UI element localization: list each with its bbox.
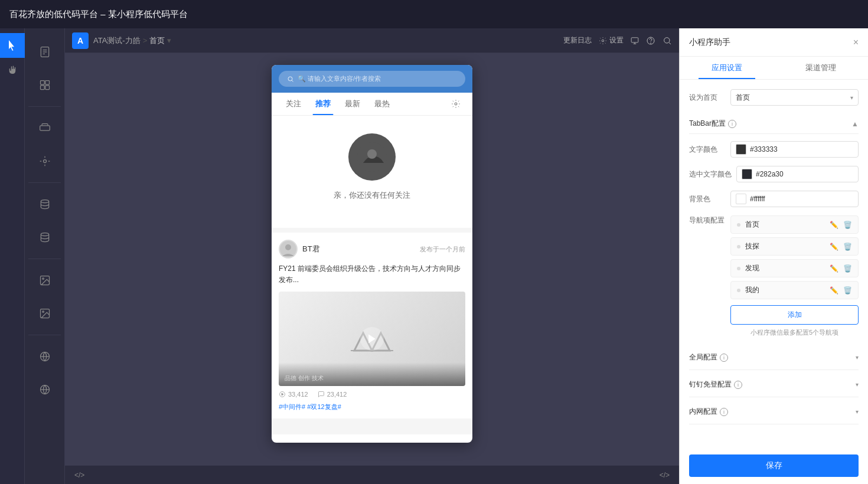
- panel-tab-channel[interactable]: 渠道管理: [774, 57, 869, 79]
- sidebar-item-globe[interactable]: [27, 341, 63, 372]
- bg-color-picker[interactable]: #ffffff: [730, 191, 859, 207]
- breadcrumb-root[interactable]: ATA测试-力皓: [93, 35, 141, 46]
- phone-tab-follow[interactable]: 关注: [279, 93, 308, 115]
- add-nav-item-btn[interactable]: 添加: [730, 305, 859, 325]
- sidebar-item-components-alt[interactable]: [27, 146, 63, 176]
- svg-rect-7: [45, 86, 50, 90]
- svg-rect-8: [40, 126, 50, 130]
- svg-rect-5: [45, 81, 50, 85]
- search-placeholder: 🔍 请输入文章内容/作者搜索: [298, 74, 381, 83]
- svg-rect-6: [41, 86, 45, 90]
- nav-item-discover-edit[interactable]: ✏️: [830, 264, 838, 273]
- sidebar-divider-4: [28, 335, 61, 335]
- svg-point-13: [43, 278, 44, 280]
- sidebar-icon-hand[interactable]: [0, 58, 25, 83]
- selected-color-swatch: [742, 169, 752, 179]
- toolbar-logo: A: [72, 32, 89, 49]
- content-config-info-icon[interactable]: i: [720, 408, 728, 416]
- toolbar: A ATA测试-力皓 > 首页 ▾ 更新日志 设置: [65, 28, 679, 53]
- post-stats: 33,412 23,412: [279, 391, 465, 398]
- global-config-section: 全局配置 i ▾: [689, 345, 859, 370]
- panel-close-btn[interactable]: ×: [853, 37, 859, 48]
- nav-item-discover: 发现 ✏️ 🗑️: [730, 259, 859, 277]
- overlay-text: 品德 创作 技术: [285, 374, 324, 382]
- sidebar-item-page-alt[interactable]: [27, 70, 63, 100]
- phone-empty-follow: 亲，你还没有任何关注: [272, 116, 472, 228]
- svg-point-15: [43, 311, 44, 313]
- sidebar-item-page[interactable]: [27, 37, 63, 67]
- sidebar-group-media: [25, 261, 64, 332]
- breadcrumb-current[interactable]: 首页: [149, 35, 165, 46]
- phone-tabs: 关注 推荐 最新 最热: [272, 93, 472, 116]
- nav-item-discover-delete[interactable]: 🗑️: [843, 264, 852, 273]
- sidebar-icon-cursor[interactable]: [0, 33, 25, 58]
- tabbar-toggle[interactable]: ▲: [851, 120, 859, 128]
- sidebar-group-components: [25, 109, 64, 180]
- title-bar: 百花齐放的低代码平台 – 某小程序低代码平台: [0, 0, 868, 28]
- selected-color-picker[interactable]: #282a30: [736, 166, 859, 182]
- settings-btn[interactable]: 设置: [599, 35, 624, 45]
- global-config-header[interactable]: 全局配置 i ▾: [689, 345, 859, 369]
- sidebar-item-image-alt[interactable]: [27, 298, 63, 329]
- code-icon-right[interactable]: </>: [660, 471, 670, 479]
- nav-item-mine-actions: ✏️ 🗑️: [830, 286, 852, 295]
- phone-tab-hot[interactable]: 最热: [367, 93, 397, 115]
- content-config-section: 内网配置 i ▾: [689, 400, 859, 424]
- nav-item-home-delete[interactable]: 🗑️: [843, 221, 852, 229]
- logo-text: A: [77, 36, 83, 45]
- phone-tab-latest[interactable]: 最新: [338, 93, 367, 115]
- sidebar-item-image[interactable]: [27, 265, 63, 296]
- canvas-area[interactable]: 🔍 请输入文章内容/作者搜索 关注 推荐 最新 最热: [65, 53, 679, 465]
- nav-item-mine-label: 我的: [745, 285, 759, 295]
- svg-marker-32: [368, 335, 376, 344]
- bg-color-row: 背景色 #ffffff: [689, 191, 859, 207]
- content-config-header[interactable]: 内网配置 i ▾: [689, 400, 859, 424]
- sidebar-item-data-alt[interactable]: [27, 222, 63, 253]
- nav-config-row: 导航项配置 首页 ✏️ 🗑️ 技探: [689, 215, 859, 337]
- svg-rect-4: [41, 81, 45, 85]
- phone-tab-recommend[interactable]: 推荐: [308, 93, 338, 115]
- post-plays: 33,412: [279, 391, 308, 398]
- sidebar-item-data[interactable]: [27, 189, 63, 220]
- nav-item-mine: 我的 ✏️ 🗑️: [730, 281, 859, 299]
- nav-item-home-edit[interactable]: ✏️: [830, 221, 838, 229]
- nav-item-explore-edit[interactable]: ✏️: [830, 243, 838, 251]
- svg-point-9: [44, 160, 47, 163]
- nav-item-home-label: 首页: [745, 220, 759, 230]
- sidebar-divider-1: [28, 106, 61, 107]
- homepage-select[interactable]: 首页 ▾: [730, 89, 859, 106]
- panel-tabs: 应用设置 渠道管理: [680, 57, 868, 80]
- phone-tab-settings-icon[interactable]: [446, 94, 465, 113]
- nav-item-explore-label: 技探: [745, 241, 759, 251]
- search-btn[interactable]: [663, 36, 672, 45]
- nav-item-explore-delete[interactable]: 🗑️: [843, 243, 852, 251]
- sidebar-item-components[interactable]: [27, 113, 63, 143]
- breadcrumb-dropdown[interactable]: ▾: [167, 36, 171, 45]
- nav-item-mine-delete[interactable]: 🗑️: [843, 286, 852, 295]
- code-icon-left[interactable]: </>: [74, 471, 84, 479]
- post-comments: 23,412: [318, 391, 347, 398]
- pin-config-header[interactable]: 钉钉免登配置 i ▾: [689, 372, 859, 397]
- tabbar-section-header: TabBar配置 i ▲: [689, 114, 859, 134]
- save-button[interactable]: 保存: [689, 454, 859, 477]
- global-config-info-icon[interactable]: i: [720, 354, 728, 362]
- nav-item-explore: 技探 ✏️ 🗑️: [730, 237, 859, 256]
- homepage-arrow: ▾: [850, 94, 853, 101]
- text-color-label: 文字颜色: [689, 145, 730, 155]
- pin-config-info-icon[interactable]: i: [734, 381, 742, 389]
- nav-item-home-actions: ✏️ 🗑️: [830, 221, 852, 229]
- nav-item-mine-edit[interactable]: ✏️: [830, 286, 838, 295]
- sidebar-item-globe-alt[interactable]: [27, 374, 63, 405]
- phone-search-input[interactable]: 🔍 请输入文章内容/作者搜索: [279, 71, 465, 87]
- homepage-label: 设为首页: [689, 93, 730, 103]
- panel-tab-app-settings[interactable]: 应用设置: [680, 57, 774, 79]
- help-btn[interactable]: [646, 36, 655, 45]
- app-title: 百花齐放的低代码平台 – 某小程序低代码平台: [9, 9, 188, 20]
- preview-btn[interactable]: [631, 37, 639, 45]
- content-config-chevron: ▾: [856, 408, 859, 415]
- tabbar-info-icon[interactable]: i: [728, 120, 736, 128]
- update-log-btn[interactable]: 更新日志: [563, 35, 592, 45]
- nav-dot-explore: [737, 245, 740, 248]
- right-panel: 小程序助手 × 应用设置 渠道管理 设为首页 首页 ▾: [679, 28, 868, 484]
- text-color-picker[interactable]: #333333: [730, 141, 859, 158]
